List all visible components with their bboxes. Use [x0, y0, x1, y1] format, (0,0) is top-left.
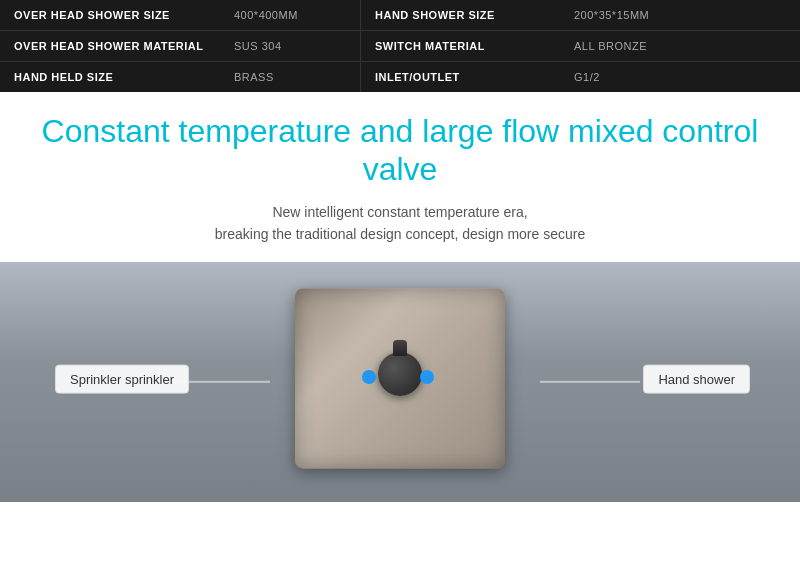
spec-value-inlet: G1/2	[560, 62, 800, 92]
spec-label-hand-shower-size: HAND SHOWER SIZE	[360, 0, 560, 30]
specs-row-3: HAND HELD SIZE BRASS INLET/OUTLET G1/2	[0, 62, 800, 92]
subtitle-line2: breaking the traditional design concept,…	[215, 226, 585, 242]
spec-label-inlet: INLET/OUTLET	[360, 62, 560, 92]
specs-row-1: OVER HEAD SHOWER SIZE 400*400MM HAND SHO…	[0, 0, 800, 31]
subtitle-line1: New intelligent constant temperature era…	[272, 204, 527, 220]
knob-top	[393, 340, 407, 356]
specs-table: OVER HEAD SHOWER SIZE 400*400MM HAND SHO…	[0, 0, 800, 92]
spec-value-switch-material: ALL BRONZE	[560, 31, 800, 61]
control-knob	[378, 352, 422, 396]
spec-label-overhead-material: OVER HEAD SHOWER MATERIAL	[0, 31, 220, 61]
specs-row-2: OVER HEAD SHOWER MATERIAL SUS 304 SWITCH…	[0, 31, 800, 62]
subheading: New intelligent constant temperature era…	[40, 201, 760, 246]
blue-dot-right	[420, 370, 434, 384]
label-sprinkler: Sprinkler sprinkler	[55, 364, 189, 393]
spec-value-hand-shower-size: 200*35*15MM	[560, 0, 800, 30]
spec-label-overhead-size: OVER HEAD SHOWER SIZE	[0, 0, 220, 30]
product-section: Sprinkler sprinkler Hand shower	[0, 262, 800, 502]
spec-label-switch-material: SWITCH MATERIAL	[360, 31, 560, 61]
heading-section: Constant temperature and large flow mixe…	[0, 92, 800, 262]
metal-panel	[295, 288, 505, 468]
spec-value-overhead-material: SUS 304	[220, 31, 360, 61]
connector-line-right	[540, 380, 640, 382]
label-hand-shower: Hand shower	[643, 364, 750, 393]
spec-label-hand-held: HAND HELD SIZE	[0, 62, 220, 92]
spec-value-hand-held: BRASS	[220, 62, 360, 92]
main-heading: Constant temperature and large flow mixe…	[40, 112, 760, 189]
blue-dot-left	[362, 370, 376, 384]
spec-value-overhead-size: 400*400MM	[220, 0, 360, 30]
